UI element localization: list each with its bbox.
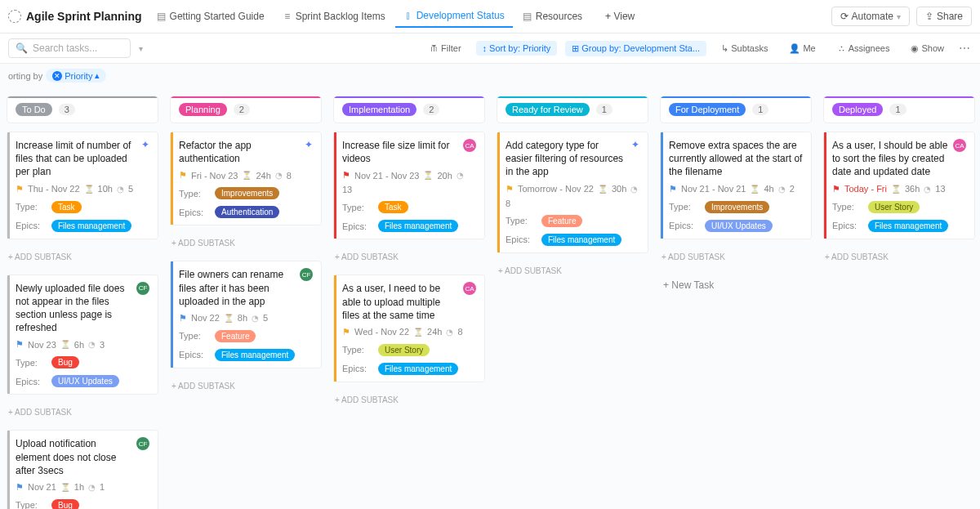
epics-label: Epics:	[342, 221, 378, 231]
tab-sprint-backlog-items[interactable]: ≡Sprint Backlog Items	[274, 5, 394, 28]
search-chevron-icon[interactable]: ▾	[139, 44, 143, 53]
add-subtask-button[interactable]: + ADD SUBTASK	[823, 248, 975, 266]
subtask-count: 8	[506, 199, 510, 208]
subtask-count-icon: ◔	[275, 171, 283, 180]
priority-flag-icon[interactable]: ⚑	[342, 170, 350, 181]
type-tag[interactable]: Task	[378, 201, 408, 213]
avatar[interactable]: CF	[300, 268, 313, 281]
add-subtask-button[interactable]: + ADD SUBTASK	[497, 261, 648, 280]
task-card[interactable]: Add category type for easier filtering o…	[497, 132, 648, 253]
search-input[interactable]: 🔍 Search tasks...	[8, 38, 131, 58]
tab-getting-started-guide[interactable]: ▤Getting Started Guide	[149, 5, 273, 28]
filter-button[interactable]: ⫚Filter	[423, 41, 467, 56]
estimate-icon: ⏳	[891, 185, 901, 194]
epic-tag[interactable]: Files management	[868, 220, 948, 232]
epic-tag[interactable]: Files management	[215, 349, 295, 361]
add-view-button[interactable]: + View	[597, 6, 643, 27]
task-meta: ⚑Nov 22⏳8h◔5	[179, 313, 313, 324]
subtask-count-icon: ◔	[457, 171, 464, 180]
type-tag[interactable]: Improvements	[705, 201, 769, 213]
task-card[interactable]: Upload notification element does not clo…	[7, 430, 158, 509]
epic-tag[interactable]: Files management	[541, 234, 621, 246]
task-card[interactable]: Newly uploaded file does not appear in t…	[7, 275, 158, 395]
column-header[interactable]: Implementation2	[333, 96, 485, 123]
me-button[interactable]: 👤Me	[782, 41, 822, 56]
avatar[interactable]: CF	[136, 437, 149, 450]
avatar[interactable]: CA	[463, 139, 476, 152]
add-subtask-button[interactable]: + ADD SUBTASK	[660, 248, 812, 266]
subtasks-button[interactable]: ↳Subtasks	[715, 41, 774, 56]
subtask-count-icon: ◔	[252, 314, 259, 323]
add-subtask-button[interactable]: + ADD SUBTASK	[170, 234, 322, 252]
task-card[interactable]: Increase file size limit for videosCA⚑No…	[333, 132, 485, 239]
priority-flag-icon[interactable]: ⚑	[16, 339, 24, 350]
add-subtask-button[interactable]: + ADD SUBTASK	[7, 248, 158, 266]
priority-flag-icon[interactable]: ⚑	[832, 184, 840, 194]
type-tag[interactable]: User Story	[868, 201, 920, 213]
column-header[interactable]: Ready for Review1	[497, 96, 648, 123]
sort-indicator-label: orting by	[8, 71, 42, 81]
share-button[interactable]: ⇪ Share	[916, 7, 972, 26]
add-subtask-button[interactable]: + ADD SUBTASK	[7, 403, 158, 422]
task-card[interactable]: File owners can rename files after it ha…	[170, 261, 322, 368]
priority-flag-icon[interactable]: ⚑	[179, 170, 187, 181]
task-estimate: 30h	[612, 184, 626, 194]
column-header[interactable]: For Deployment1	[660, 96, 812, 123]
task-estimate: 36h	[905, 184, 920, 194]
epic-tag[interactable]: Authentication	[215, 206, 279, 218]
assignees-button[interactable]: ⛬Assignees	[831, 41, 897, 56]
task-estimate: 6h	[74, 340, 84, 350]
automate-button[interactable]: ⟳ Automate ▾	[831, 7, 910, 26]
epic-tag[interactable]: UI/UX Updates	[51, 375, 119, 387]
task-date: Nov 21 - Nov 23	[354, 171, 419, 181]
group-button[interactable]: ⊞Group by: Development Sta...	[565, 41, 706, 56]
priority-flag-icon[interactable]: ⚑	[506, 184, 514, 194]
epic-tag[interactable]: Files management	[378, 363, 458, 375]
avatar[interactable]: CA	[953, 139, 966, 152]
task-card[interactable]: As a user, I need to be able to upload m…	[333, 275, 485, 382]
sort-badge[interactable]: ✕ Priority ▴	[46, 69, 106, 83]
column-header[interactable]: Planning2	[170, 96, 322, 123]
avatar[interactable]: CA	[463, 282, 476, 295]
type-tag[interactable]: Improvements	[215, 187, 279, 199]
priority-flag-icon[interactable]: ⚑	[16, 184, 24, 194]
type-tag[interactable]: Task	[51, 201, 82, 213]
add-subtask-button[interactable]: + ADD SUBTASK	[333, 391, 485, 409]
column-count: 2	[234, 104, 250, 115]
tab-resources[interactable]: ▤Resources	[514, 5, 590, 28]
subtask-count: 2	[790, 184, 795, 194]
new-task-button[interactable]: + New Task	[660, 275, 812, 296]
tab-icon: ≡	[283, 11, 292, 21]
remove-sort-icon[interactable]: ✕	[52, 71, 62, 81]
priority-flag-icon[interactable]: ⚑	[16, 482, 24, 493]
epic-tag[interactable]: Files management	[51, 220, 131, 232]
priority-flag-icon[interactable]: ⚑	[669, 184, 677, 194]
more-menu-button[interactable]: ⋯	[959, 42, 972, 55]
sort-button[interactable]: ↕Sort by: Priority	[476, 41, 558, 56]
add-subtask-button[interactable]: + ADD SUBTASK	[333, 248, 485, 266]
task-card[interactable]: Increase limit of number of files that c…	[7, 132, 158, 239]
epics-label: Epics:	[669, 221, 705, 230]
task-card[interactable]: As a user, I should be able to sort the …	[823, 132, 975, 239]
task-title: As a user, I should be able to sort the …	[832, 139, 948, 179]
epic-tag[interactable]: Files management	[378, 220, 458, 232]
type-tag[interactable]: Feature	[215, 330, 256, 342]
tab-development-status[interactable]: ⫿Development Status	[395, 5, 513, 28]
type-tag[interactable]: Bug	[51, 499, 79, 509]
type-tag[interactable]: Feature	[541, 215, 582, 227]
column-header[interactable]: To Do3	[7, 96, 158, 123]
subtask-count: 8	[457, 327, 462, 337]
add-subtask-button[interactable]: + ADD SUBTASK	[170, 377, 322, 395]
task-card[interactable]: Refactor the app authentication✦⚑Fri - N…	[170, 132, 322, 225]
ai-sparkle-icon: ✦	[305, 139, 313, 165]
column-header[interactable]: Deployed1	[823, 96, 975, 123]
column-implementation: Implementation2Increase file size limit …	[333, 96, 485, 409]
priority-flag-icon[interactable]: ⚑	[342, 327, 350, 337]
type-tag[interactable]: Bug	[51, 356, 79, 368]
type-tag[interactable]: User Story	[378, 344, 430, 356]
avatar[interactable]: CF	[136, 282, 149, 295]
priority-flag-icon[interactable]: ⚑	[179, 313, 187, 324]
epic-tag[interactable]: UI/UX Updates	[705, 220, 773, 232]
task-card[interactable]: Remove extra spaces the are currently al…	[660, 132, 812, 239]
show-button[interactable]: ◉Show	[904, 41, 951, 56]
